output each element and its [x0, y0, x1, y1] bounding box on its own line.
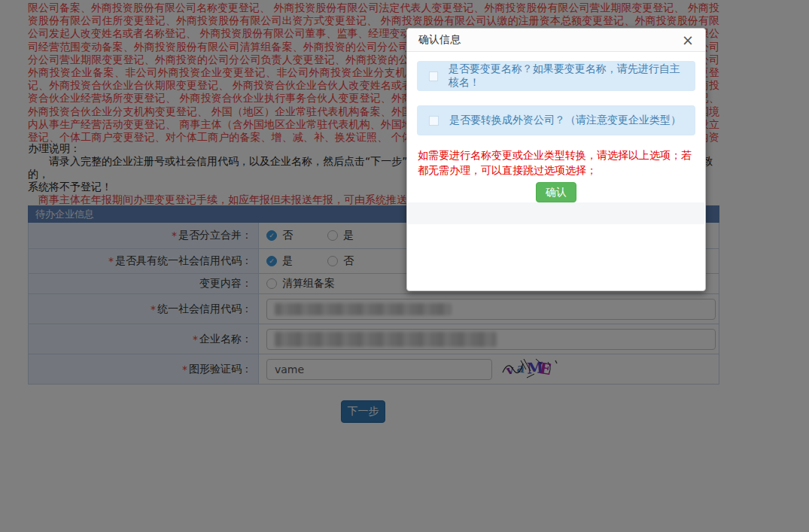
confirm-info-dialog: 确认信息 × 是否要变更名称？如果要变更名称，请先进行自主核名！ 是否要转换成外… — [406, 28, 706, 291]
checkbox-unchecked-icon[interactable] — [429, 71, 438, 81]
option-change-name[interactable]: 是否要变更名称？如果要变更名称，请先进行自主核名！ — [417, 61, 695, 91]
option-text: 是否要变更名称？如果要变更名称，请先进行自主核名！ — [449, 62, 683, 90]
confirm-button[interactable]: 确认 — [536, 182, 576, 202]
close-icon[interactable]: × — [682, 33, 694, 47]
dialog-title: 确认信息 — [418, 33, 682, 47]
checkbox-unchecked-icon[interactable] — [429, 116, 439, 126]
dialog-body: 是否要变更名称？如果要变更名称，请先进行自主核名！ 是否要转换成外资公司？（请注… — [407, 61, 705, 202]
dialog-header: 确认信息 × — [407, 29, 705, 52]
dialog-actions: 确认 — [407, 182, 705, 202]
decoration-band — [408, 202, 704, 224]
option-convert-foreign-company[interactable]: 是否要转换成外资公司？（请注意变更企业类型） — [417, 105, 695, 135]
dialog-notice-text: 如需要进行名称变更或企业类型转换，请选择以上选项；若都无需办理，可以直接跳过选项… — [418, 147, 695, 178]
option-text: 是否要转换成外资公司？（请注意变更企业类型） — [449, 114, 681, 127]
